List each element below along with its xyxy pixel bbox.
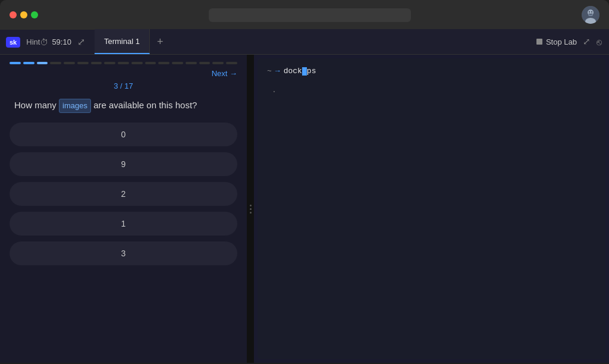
answer-option-4[interactable]: 3	[10, 241, 237, 265]
address-bar: https://kodekloud.com	[48, 8, 572, 22]
answer-option-3[interactable]: 1	[10, 212, 237, 236]
hint-button[interactable]: Hint	[26, 37, 40, 46]
answers-list: 09213	[0, 123, 247, 265]
terminal-actions: Stop Lab ⤢ ⎋	[536, 36, 609, 47]
terminal-content[interactable]: ~ → dockps ·	[258, 58, 605, 359]
stop-icon	[536, 39, 542, 45]
traffic-lights	[10, 11, 38, 18]
keyword-badge: images	[59, 99, 91, 113]
answer-option-0[interactable]: 0	[10, 123, 237, 146]
answer-option-2[interactable]: 2	[10, 182, 237, 206]
terminal-external-icon[interactable]: ⎋	[597, 37, 602, 47]
timer-area: ⏱ 59:10	[40, 37, 71, 47]
close-traffic-light[interactable]	[10, 11, 17, 18]
avatar[interactable]	[582, 6, 599, 24]
terminal-tab-1[interactable]: Terminal 1	[95, 29, 150, 54]
sk-badge: sk	[6, 37, 20, 48]
prompt-tilde: ~	[267, 67, 272, 76]
next-button[interactable]: Next →	[212, 69, 237, 78]
terminal-expand-icon[interactable]: ⤢	[583, 36, 591, 47]
terminal-panel[interactable]: ~ → dockps ·	[258, 58, 605, 359]
add-terminal-button[interactable]: +	[150, 29, 171, 54]
minimize-traffic-light[interactable]	[20, 11, 27, 18]
svg-point-4	[589, 11, 590, 12]
panel-divider[interactable]	[247, 55, 254, 363]
progress-bar	[0, 55, 247, 64]
timer-display: 59:10	[52, 37, 71, 46]
url-input[interactable]: https://kodekloud.com	[209, 8, 411, 22]
cursor	[302, 67, 307, 76]
timer-icon: ⏱	[40, 37, 48, 47]
prompt-arrow: →	[275, 67, 280, 76]
quiz-panel: Next → 3 / 17 How many images are availa…	[0, 55, 247, 363]
stop-lab-button[interactable]: Stop Lab	[536, 37, 577, 46]
svg-point-5	[591, 11, 592, 12]
prompt-docker: dockps	[284, 67, 316, 76]
quiz-expand-icon[interactable]: ⤢	[77, 36, 85, 48]
question-counter: 3 / 17	[0, 78, 247, 94]
terminal-output: ·	[272, 87, 596, 96]
terminal-prompt: ~ → dockps	[267, 67, 596, 76]
maximize-traffic-light[interactable]	[31, 11, 38, 18]
question-text: How many images are available on this ho…	[0, 94, 247, 123]
answer-option-1[interactable]: 9	[10, 152, 237, 176]
